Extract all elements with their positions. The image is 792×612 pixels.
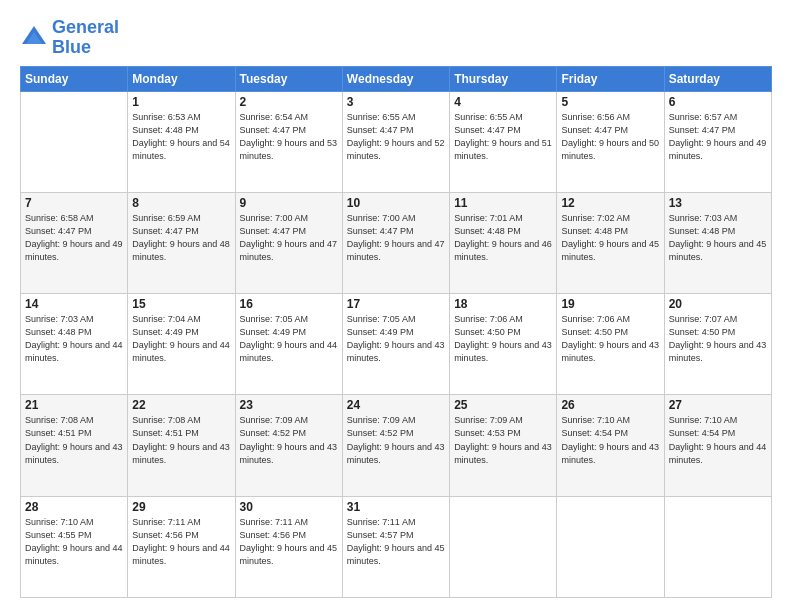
day-info: Sunrise: 7:06 AM Sunset: 4:50 PM Dayligh… <box>454 313 552 365</box>
header: General Blue <box>20 18 772 58</box>
day-number: 13 <box>669 196 767 210</box>
calendar-cell: 11 Sunrise: 7:01 AM Sunset: 4:48 PM Dayl… <box>450 192 557 293</box>
day-info: Sunrise: 7:07 AM Sunset: 4:50 PM Dayligh… <box>669 313 767 365</box>
calendar-cell: 17 Sunrise: 7:05 AM Sunset: 4:49 PM Dayl… <box>342 294 449 395</box>
day-number: 28 <box>25 500 123 514</box>
day-info: Sunrise: 7:11 AM Sunset: 4:56 PM Dayligh… <box>240 516 338 568</box>
calendar-cell: 24 Sunrise: 7:09 AM Sunset: 4:52 PM Dayl… <box>342 395 449 496</box>
day-number: 18 <box>454 297 552 311</box>
day-info: Sunrise: 7:02 AM Sunset: 4:48 PM Dayligh… <box>561 212 659 264</box>
day-info: Sunrise: 7:08 AM Sunset: 4:51 PM Dayligh… <box>132 414 230 466</box>
logo-icon <box>20 24 48 52</box>
day-number: 7 <box>25 196 123 210</box>
calendar-cell: 1 Sunrise: 6:53 AM Sunset: 4:48 PM Dayli… <box>128 91 235 192</box>
logo-text: General Blue <box>52 18 119 58</box>
calendar-cell: 15 Sunrise: 7:04 AM Sunset: 4:49 PM Dayl… <box>128 294 235 395</box>
day-number: 20 <box>669 297 767 311</box>
calendar-cell: 25 Sunrise: 7:09 AM Sunset: 4:53 PM Dayl… <box>450 395 557 496</box>
calendar-cell: 30 Sunrise: 7:11 AM Sunset: 4:56 PM Dayl… <box>235 496 342 597</box>
calendar-cell: 12 Sunrise: 7:02 AM Sunset: 4:48 PM Dayl… <box>557 192 664 293</box>
day-number: 11 <box>454 196 552 210</box>
calendar-cell: 21 Sunrise: 7:08 AM Sunset: 4:51 PM Dayl… <box>21 395 128 496</box>
calendar-cell: 22 Sunrise: 7:08 AM Sunset: 4:51 PM Dayl… <box>128 395 235 496</box>
calendar-cell: 5 Sunrise: 6:56 AM Sunset: 4:47 PM Dayli… <box>557 91 664 192</box>
calendar-cell <box>557 496 664 597</box>
calendar-cell <box>450 496 557 597</box>
calendar-cell: 4 Sunrise: 6:55 AM Sunset: 4:47 PM Dayli… <box>450 91 557 192</box>
day-info: Sunrise: 6:54 AM Sunset: 4:47 PM Dayligh… <box>240 111 338 163</box>
weekday-header-monday: Monday <box>128 66 235 91</box>
calendar-table: SundayMondayTuesdayWednesdayThursdayFrid… <box>20 66 772 598</box>
calendar-cell: 31 Sunrise: 7:11 AM Sunset: 4:57 PM Dayl… <box>342 496 449 597</box>
day-info: Sunrise: 6:55 AM Sunset: 4:47 PM Dayligh… <box>454 111 552 163</box>
day-number: 17 <box>347 297 445 311</box>
day-number: 14 <box>25 297 123 311</box>
day-info: Sunrise: 7:10 AM Sunset: 4:54 PM Dayligh… <box>561 414 659 466</box>
day-number: 29 <box>132 500 230 514</box>
weekday-header-thursday: Thursday <box>450 66 557 91</box>
day-number: 9 <box>240 196 338 210</box>
day-info: Sunrise: 6:57 AM Sunset: 4:47 PM Dayligh… <box>669 111 767 163</box>
day-number: 1 <box>132 95 230 109</box>
calendar-cell <box>664 496 771 597</box>
day-number: 26 <box>561 398 659 412</box>
calendar-cell <box>21 91 128 192</box>
day-info: Sunrise: 7:03 AM Sunset: 4:48 PM Dayligh… <box>669 212 767 264</box>
calendar-cell: 20 Sunrise: 7:07 AM Sunset: 4:50 PM Dayl… <box>664 294 771 395</box>
day-info: Sunrise: 6:53 AM Sunset: 4:48 PM Dayligh… <box>132 111 230 163</box>
weekday-header-row: SundayMondayTuesdayWednesdayThursdayFrid… <box>21 66 772 91</box>
day-number: 10 <box>347 196 445 210</box>
calendar-cell: 28 Sunrise: 7:10 AM Sunset: 4:55 PM Dayl… <box>21 496 128 597</box>
calendar-cell: 18 Sunrise: 7:06 AM Sunset: 4:50 PM Dayl… <box>450 294 557 395</box>
week-row-3: 14 Sunrise: 7:03 AM Sunset: 4:48 PM Dayl… <box>21 294 772 395</box>
day-info: Sunrise: 6:56 AM Sunset: 4:47 PM Dayligh… <box>561 111 659 163</box>
day-number: 27 <box>669 398 767 412</box>
calendar-cell: 27 Sunrise: 7:10 AM Sunset: 4:54 PM Dayl… <box>664 395 771 496</box>
day-number: 12 <box>561 196 659 210</box>
page: General Blue SundayMondayTuesdayWednesda… <box>0 0 792 612</box>
day-info: Sunrise: 7:10 AM Sunset: 4:55 PM Dayligh… <box>25 516 123 568</box>
day-info: Sunrise: 6:58 AM Sunset: 4:47 PM Dayligh… <box>25 212 123 264</box>
day-info: Sunrise: 7:11 AM Sunset: 4:56 PM Dayligh… <box>132 516 230 568</box>
week-row-2: 7 Sunrise: 6:58 AM Sunset: 4:47 PM Dayli… <box>21 192 772 293</box>
day-info: Sunrise: 7:06 AM Sunset: 4:50 PM Dayligh… <box>561 313 659 365</box>
weekday-header-sunday: Sunday <box>21 66 128 91</box>
calendar-cell: 7 Sunrise: 6:58 AM Sunset: 4:47 PM Dayli… <box>21 192 128 293</box>
day-info: Sunrise: 7:11 AM Sunset: 4:57 PM Dayligh… <box>347 516 445 568</box>
day-number: 6 <box>669 95 767 109</box>
day-number: 21 <box>25 398 123 412</box>
calendar-cell: 16 Sunrise: 7:05 AM Sunset: 4:49 PM Dayl… <box>235 294 342 395</box>
day-number: 22 <box>132 398 230 412</box>
calendar-cell: 13 Sunrise: 7:03 AM Sunset: 4:48 PM Dayl… <box>664 192 771 293</box>
weekday-header-tuesday: Tuesday <box>235 66 342 91</box>
calendar-cell: 29 Sunrise: 7:11 AM Sunset: 4:56 PM Dayl… <box>128 496 235 597</box>
calendar-cell: 23 Sunrise: 7:09 AM Sunset: 4:52 PM Dayl… <box>235 395 342 496</box>
week-row-1: 1 Sunrise: 6:53 AM Sunset: 4:48 PM Dayli… <box>21 91 772 192</box>
logo: General Blue <box>20 18 119 58</box>
calendar-cell: 9 Sunrise: 7:00 AM Sunset: 4:47 PM Dayli… <box>235 192 342 293</box>
day-info: Sunrise: 7:04 AM Sunset: 4:49 PM Dayligh… <box>132 313 230 365</box>
week-row-4: 21 Sunrise: 7:08 AM Sunset: 4:51 PM Dayl… <box>21 395 772 496</box>
day-number: 30 <box>240 500 338 514</box>
weekday-header-saturday: Saturday <box>664 66 771 91</box>
day-info: Sunrise: 7:03 AM Sunset: 4:48 PM Dayligh… <box>25 313 123 365</box>
day-info: Sunrise: 7:09 AM Sunset: 4:52 PM Dayligh… <box>347 414 445 466</box>
day-number: 19 <box>561 297 659 311</box>
day-number: 3 <box>347 95 445 109</box>
calendar-cell: 14 Sunrise: 7:03 AM Sunset: 4:48 PM Dayl… <box>21 294 128 395</box>
day-number: 4 <box>454 95 552 109</box>
calendar-cell: 26 Sunrise: 7:10 AM Sunset: 4:54 PM Dayl… <box>557 395 664 496</box>
day-info: Sunrise: 7:00 AM Sunset: 4:47 PM Dayligh… <box>240 212 338 264</box>
weekday-header-wednesday: Wednesday <box>342 66 449 91</box>
day-info: Sunrise: 7:09 AM Sunset: 4:53 PM Dayligh… <box>454 414 552 466</box>
calendar-cell: 19 Sunrise: 7:06 AM Sunset: 4:50 PM Dayl… <box>557 294 664 395</box>
calendar-cell: 3 Sunrise: 6:55 AM Sunset: 4:47 PM Dayli… <box>342 91 449 192</box>
day-number: 16 <box>240 297 338 311</box>
day-info: Sunrise: 7:08 AM Sunset: 4:51 PM Dayligh… <box>25 414 123 466</box>
calendar-cell: 8 Sunrise: 6:59 AM Sunset: 4:47 PM Dayli… <box>128 192 235 293</box>
calendar-cell: 6 Sunrise: 6:57 AM Sunset: 4:47 PM Dayli… <box>664 91 771 192</box>
day-info: Sunrise: 7:10 AM Sunset: 4:54 PM Dayligh… <box>669 414 767 466</box>
day-number: 23 <box>240 398 338 412</box>
week-row-5: 28 Sunrise: 7:10 AM Sunset: 4:55 PM Dayl… <box>21 496 772 597</box>
day-number: 15 <box>132 297 230 311</box>
